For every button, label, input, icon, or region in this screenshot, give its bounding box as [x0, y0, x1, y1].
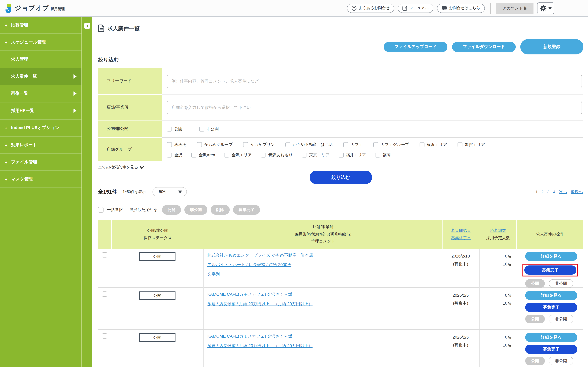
publish-button[interactable]: 公開: [525, 315, 545, 323]
checkbox-group-kanazawa-area[interactable]: [224, 152, 229, 157]
sort-applicants-link[interactable]: 応募総数: [490, 227, 506, 234]
sidebar-item-job-management[interactable]: - 求人管理: [0, 51, 81, 68]
sidebar-item-label: スケジュール管理: [11, 40, 46, 45]
sidebar-item-label: 求人管理: [11, 57, 28, 62]
brand-name: ジョブオプ: [15, 3, 49, 12]
row-checkbox[interactable]: [102, 333, 107, 339]
sidebar-item-label: マスタ管理: [11, 176, 33, 182]
checkbox-group-cafe[interactable]: [343, 142, 348, 147]
filter-submit-button[interactable]: 絞り込む: [310, 171, 372, 184]
select-all-checkbox[interactable]: [98, 207, 104, 213]
complete-recruiting-button[interactable]: 募集完了: [525, 345, 577, 354]
page-link-4[interactable]: 4: [553, 190, 555, 194]
bulk-complete-button[interactable]: 募集完了: [233, 205, 260, 215]
checkbox-group-kamome-pudding[interactable]: [243, 142, 248, 147]
complete-recruiting-button[interactable]: 募集完了: [524, 266, 576, 275]
checkbox-group-kanazawa-area-en[interactable]: [191, 152, 196, 157]
checkbox-public[interactable]: [167, 126, 172, 131]
sidebar-item-schedule[interactable]: + スケジュール管理: [0, 34, 81, 51]
sort-end-date-link[interactable]: 募集終了日: [451, 234, 471, 241]
checkbox-group-aaa[interactable]: [167, 142, 172, 147]
new-register-button[interactable]: 新規登録: [520, 39, 583, 54]
publish-button[interactable]: 公開: [525, 357, 545, 365]
planned-count: 10名: [480, 341, 511, 349]
checkbox-group-yokohama-area[interactable]: [420, 142, 424, 147]
svg-text:?: ?: [353, 6, 355, 10]
sidebar-item-effect-report[interactable]: + 効果レポート: [0, 137, 81, 154]
page-next-link[interactable]: 次へ: [559, 189, 567, 194]
sidebar-item-label: 応募管理: [11, 22, 28, 28]
checkbox-private[interactable]: [199, 126, 204, 131]
sidebar-item-indeed-plus[interactable]: + Indeed PLUSオプション: [0, 120, 81, 137]
row-checkbox[interactable]: [102, 252, 107, 258]
checkbox-group-kaga-area[interactable]: [458, 142, 462, 147]
sidebar-item-applications[interactable]: + 応募管理: [0, 17, 81, 34]
checkbox-group-fukuoka[interactable]: [375, 152, 380, 157]
job-condition-link[interactable]: 派遣 / 店長候補 / 月給 20万円以上 （月給 20万円以上）: [207, 341, 312, 350]
bulk-publish-button[interactable]: 公開: [162, 205, 181, 215]
sidebar-item-recruit-hp-list[interactable]: 採用HP一覧: [0, 102, 81, 120]
settings-menu-button[interactable]: [537, 2, 554, 14]
store-input[interactable]: [167, 101, 582, 114]
view-detail-button[interactable]: 詳細を見る: [525, 252, 577, 261]
sort-start-date-link[interactable]: 募集開始日: [451, 227, 471, 234]
show-all-conditions-link[interactable]: 全ての検索条件を見る: [98, 165, 144, 170]
bulk-delete-button[interactable]: 削除: [211, 205, 230, 215]
document-page-icon: [98, 25, 104, 32]
filter-row-store: 店舗/事業所: [98, 95, 583, 120]
checkbox-group-cafe-group[interactable]: [373, 142, 378, 147]
job-store-link[interactable]: 株式会社かもめエンタープライズ かもめ不動産 岩本店: [207, 250, 313, 260]
view-detail-button[interactable]: 詳細を見る: [525, 333, 577, 342]
manual-button[interactable]: マニュアル: [398, 3, 433, 13]
job-store-link[interactable]: KAMOME CAFE(カモメカフェ) 金沢さくら坂: [207, 290, 292, 299]
checkbox-group-fukui-area[interactable]: [338, 152, 344, 157]
job-condition-link[interactable]: アルバイト・パート / 店長候補 / 時給 2000円: [207, 260, 291, 269]
header-count-col: 応募総数 採用予定人数: [480, 220, 516, 249]
contact-button[interactable]: お問合せはこちら: [437, 3, 485, 13]
gear-icon: [540, 5, 546, 11]
sidebar-collapse-button[interactable]: [84, 23, 90, 29]
page-link-3[interactable]: 3: [547, 190, 549, 194]
job-store-link[interactable]: KAMOME CAFE(カモメカフェ) 金沢さくら坂: [207, 332, 292, 341]
publish-button[interactable]: 公開: [525, 279, 545, 288]
collapse-left-icon: [86, 24, 88, 27]
chat-bubble-icon: [442, 6, 447, 10]
row-checkbox[interactable]: [102, 292, 107, 297]
sidebar-item-label: 画像一覧: [11, 91, 28, 96]
sidebar-item-master-management[interactable]: + マスタ管理: [0, 171, 81, 188]
freeword-input[interactable]: [167, 75, 582, 88]
page-last-link[interactable]: 最後へ: [571, 189, 583, 194]
bulk-unpublish-button[interactable]: 非公開: [184, 205, 207, 215]
start-date: 2026/2/5: [442, 292, 479, 299]
complete-recruiting-button[interactable]: 募集完了: [525, 303, 577, 312]
status-badge: 公開: [139, 252, 175, 261]
unpublish-button[interactable]: 非公開: [549, 357, 573, 365]
unpublish-button[interactable]: 非公開: [549, 315, 573, 323]
sidebar-item-file-management[interactable]: + ファイル管理: [0, 154, 81, 171]
page-link-2[interactable]: 2: [541, 190, 544, 194]
chevron-right-icon: [73, 74, 77, 79]
faq-button[interactable]: ? よくあるお問合せ: [347, 3, 394, 13]
topbar-divider: [490, 3, 491, 14]
sidebar-menu: + 応募管理 + スケジュール管理 - 求人管理 求人案件一覧 画像一覧 採用H…: [0, 17, 81, 367]
checkbox-group-kamome-group[interactable]: [197, 142, 202, 147]
checkbox-group-tokyo-area[interactable]: [302, 152, 307, 157]
bulk-actions-bar: 一括選択 選択した案件を 公開 非公開 削除 募集完了: [98, 205, 583, 215]
checkbox-group-kamome-fudosan[interactable]: [285, 142, 290, 147]
file-upload-button[interactable]: ファイルアップロード: [384, 42, 447, 52]
account-name-box[interactable]: アカウント名: [496, 3, 534, 14]
job-comment-link[interactable]: 文字列: [207, 269, 220, 279]
checkbox-group-aomori[interactable]: [261, 152, 266, 157]
per-page-select[interactable]: 50件: [152, 187, 187, 196]
unpublish-button[interactable]: 非公開: [549, 279, 573, 288]
sidebar-item-job-list[interactable]: 求人案件一覧: [0, 68, 81, 85]
job-condition-link[interactable]: 派遣 / 店長候補 / 月給 20万円以上 （月給 20万円以上）: [207, 299, 312, 309]
results-range: 1~50件を表示: [123, 189, 146, 194]
checkbox-group-kanazawa[interactable]: [167, 152, 172, 157]
file-download-button[interactable]: ファイルダウンロード: [452, 42, 516, 52]
status-badge: 公開: [139, 333, 175, 342]
view-detail-button[interactable]: 詳細を見る: [525, 291, 577, 300]
date-status: (募集中): [442, 299, 479, 307]
sidebar-item-image-list[interactable]: 画像一覧: [0, 85, 81, 102]
header-ops-col: 求人案件の操作: [516, 220, 583, 249]
